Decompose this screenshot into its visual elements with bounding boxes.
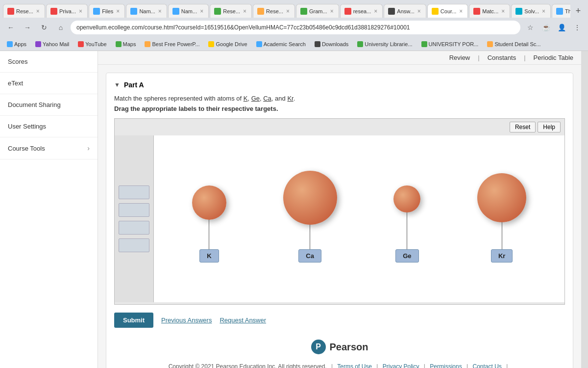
browser-tab-10[interactable]: Cour...× [427, 4, 468, 18]
address-input[interactable] [71, 21, 520, 34]
sphere-line-kr [502, 222, 502, 249]
tab-close-12[interactable]: × [541, 8, 546, 15]
element-label-kr[interactable]: Kr [491, 249, 513, 263]
drag-label-3[interactable] [119, 221, 149, 235]
sidebar-item-course-tools[interactable]: Course Tools› [0, 137, 98, 159]
bookmark-3[interactable]: Maps [113, 40, 139, 48]
drag-label-1[interactable] [119, 185, 149, 199]
submit-button[interactable]: Submit [114, 313, 153, 328]
sphere-item-ca[interactable]: Ca [283, 171, 337, 263]
tab-close-0[interactable]: × [35, 8, 41, 15]
sidebar: ScoreseTextDocument SharingUser Settings… [0, 51, 98, 368]
permissions-link[interactable]: Permissions [430, 363, 462, 368]
review-link[interactable]: Review [449, 54, 470, 61]
tab-close-2[interactable]: × [115, 8, 121, 15]
sidebar-item-document-sharing[interactable]: Document Sharing [0, 94, 98, 116]
tab-close-5[interactable]: × [242, 8, 247, 15]
drag-label-2[interactable] [119, 203, 149, 217]
bookmark-5[interactable]: Google Drive [205, 40, 250, 48]
browser-tab-3[interactable]: Nam...× [126, 4, 167, 18]
profile-button[interactable]: 👤 [555, 21, 568, 34]
new-tab-button[interactable]: + [571, 4, 585, 18]
sidebar-item-etext[interactable]: eText [0, 73, 98, 94]
refresh-button[interactable]: ↻ [37, 21, 51, 34]
tab-favicon-12 [515, 8, 522, 15]
browser-tab-4[interactable]: Nam...× [168, 4, 209, 18]
browser-tab-6[interactable]: Rese...× [253, 4, 295, 18]
bookmark-label-0: Apps [14, 41, 26, 47]
tab-label-4: Nam... [181, 8, 197, 14]
browser-tab-7[interactable]: Gram...× [296, 4, 339, 18]
spheres-area: KCaGeKr [154, 135, 564, 302]
reset-button[interactable]: Reset [510, 122, 536, 132]
part-label: Part A [124, 81, 144, 89]
sphere-item-k[interactable]: K [192, 185, 226, 263]
browser-tab-1[interactable]: Priva...× [46, 4, 88, 18]
bookmark-1[interactable]: Yahoo Mail [32, 40, 72, 48]
tab-close-11[interactable]: × [500, 8, 506, 15]
bookmark-8[interactable]: University Librarie... [354, 40, 415, 48]
sphere-ca [283, 171, 337, 225]
tab-close-1[interactable]: × [78, 8, 83, 15]
browser-tab-12[interactable]: Solv...× [511, 4, 551, 18]
forward-button[interactable]: → [21, 21, 34, 34]
back-button[interactable]: ← [4, 21, 18, 34]
collapse-arrow[interactable]: ▼ [114, 81, 120, 88]
privacy-link[interactable]: Privacy Policy [383, 363, 419, 368]
element-label-ge[interactable]: Ge [395, 249, 418, 263]
request-answer-link[interactable]: Request Answer [220, 316, 266, 324]
activity-toolbar: Reset Help [115, 119, 564, 135]
instruction-text: Match the spheres represented with atoms… [114, 95, 565, 102]
extensions-button[interactable]: ☕ [539, 21, 553, 34]
browser-tab-0[interactable]: Rese...× [3, 4, 45, 18]
tab-close-9[interactable]: × [416, 8, 422, 15]
tab-close-3[interactable]: × [157, 8, 163, 15]
browser-tab-13[interactable]: The C...× [552, 4, 570, 18]
tab-close-7[interactable]: × [329, 8, 335, 15]
sidebar-label-2: Document Sharing [8, 101, 61, 108]
constants-link[interactable]: Constants [488, 54, 516, 61]
sidebar-item-user-settings[interactable]: User Settings [0, 116, 98, 137]
browser-tab-5[interactable]: Rese...× [210, 4, 252, 18]
tab-favicon-1 [50, 8, 57, 15]
bookmark-2[interactable]: YouTube [75, 40, 109, 48]
browser-tab-9[interactable]: Answ...× [384, 4, 426, 18]
submit-row: Submit Previous Answers Request Answer [114, 313, 565, 328]
browser-tab-2[interactable]: Files× [89, 4, 125, 18]
bookmark-9[interactable]: UNIVERSITY POR... [418, 40, 482, 48]
tab-close-8[interactable]: × [373, 8, 378, 15]
menu-button[interactable]: ⋮ [570, 21, 584, 34]
bookmark-10[interactable]: Student Detail Sc... [484, 40, 543, 48]
home-button[interactable]: ⌂ [54, 21, 68, 34]
drag-label-4[interactable] [119, 238, 149, 252]
bookmark-6[interactable]: Academic Search [253, 40, 309, 48]
sphere-item-kr[interactable]: Kr [477, 173, 526, 263]
tab-label-5: Rese... [223, 8, 240, 14]
tab-label-6: Rese... [266, 8, 283, 14]
browser-tab-8[interactable]: resea...× [340, 4, 383, 18]
tab-close-10[interactable]: × [458, 8, 464, 15]
right-scrollbar[interactable] [581, 51, 588, 368]
sphere-item-ge[interactable]: Ge [393, 185, 420, 263]
bookmark-7[interactable]: Downloads [312, 40, 351, 48]
element-label-ca[interactable]: Ca [298, 249, 321, 263]
tab-close-6[interactable]: × [285, 8, 291, 15]
previous-answers-link[interactable]: Previous Answers [161, 316, 212, 324]
pearson-branding: P Pearson [114, 340, 565, 354]
element-label-k[interactable]: K [199, 249, 219, 263]
help-button[interactable]: Help [538, 122, 561, 132]
terms-link[interactable]: Terms of Use [337, 363, 372, 368]
browser-tab-11[interactable]: Matc...× [469, 4, 510, 18]
bookmark-4[interactable]: Best Free PowerP... [142, 40, 202, 48]
bookmark-0[interactable]: Apps [4, 40, 29, 48]
tab-label-12: Solv... [524, 8, 539, 14]
tab-close-4[interactable]: × [199, 8, 204, 15]
pearson-logo: P Pearson [311, 340, 368, 354]
sidebar-label-4: Course Tools [8, 145, 45, 152]
sidebar-item-scores[interactable]: Scores [0, 51, 98, 73]
contact-link[interactable]: Contact Us [472, 363, 501, 368]
bookmark-button[interactable]: ☆ [523, 21, 537, 34]
label-column [115, 135, 154, 302]
periodic-table-link[interactable]: Periodic Table [534, 54, 573, 61]
bookmark-favicon-0 [7, 41, 13, 47]
